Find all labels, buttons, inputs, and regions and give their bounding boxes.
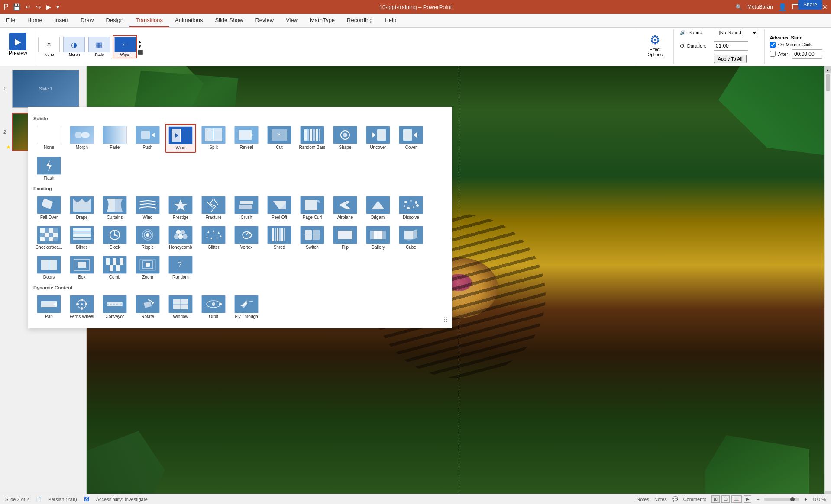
transition-glitter[interactable]: Glitter bbox=[198, 224, 229, 252]
transition-morph[interactable]: Morph bbox=[66, 124, 97, 153]
notes-button[interactable]: Notes bbox=[637, 497, 649, 502]
slideshow-button[interactable]: ▶ bbox=[744, 495, 751, 503]
slide-sorter-button[interactable]: ⊟ bbox=[721, 495, 730, 503]
panel-resize-handle[interactable]: ⠿ bbox=[443, 316, 448, 324]
transition-push[interactable]: Push bbox=[132, 124, 163, 153]
effect-options-button[interactable]: ⚙ EffectOptions bbox=[642, 31, 668, 59]
transition-orbit[interactable]: Orbit bbox=[198, 293, 229, 321]
transition-switch[interactable]: Switch bbox=[297, 224, 328, 252]
slide-thumb-1[interactable]: Slide 1 bbox=[12, 70, 79, 108]
save-button[interactable]: 💾 bbox=[11, 3, 22, 11]
transition-prestige[interactable]: Prestige bbox=[165, 194, 196, 222]
transition-vortex[interactable]: Vortex bbox=[231, 224, 262, 252]
tab-file[interactable]: File bbox=[0, 14, 21, 27]
tab-home[interactable]: Home bbox=[21, 14, 49, 27]
zoom-handle[interactable] bbox=[790, 497, 795, 501]
user-name[interactable]: MetaBaran bbox=[747, 4, 773, 10]
transition-flip[interactable]: Flip bbox=[330, 224, 361, 252]
transition-peel-off[interactable]: Peel Off bbox=[264, 194, 295, 222]
transition-page-curl[interactable]: Page Curl bbox=[297, 194, 328, 222]
transition-wipe[interactable]: Wipe bbox=[165, 124, 196, 153]
tab-help[interactable]: Help bbox=[378, 14, 402, 27]
preview-button[interactable]: ▶ Preview bbox=[7, 31, 29, 58]
transition-wind[interactable]: Wind bbox=[132, 194, 163, 222]
transition-box[interactable]: Box bbox=[66, 254, 97, 282]
tab-draw[interactable]: Draw bbox=[74, 14, 100, 27]
after-checkbox[interactable] bbox=[770, 51, 776, 57]
comments-label[interactable]: Comments bbox=[683, 497, 706, 502]
transition-airplane[interactable]: Airplane bbox=[330, 194, 361, 222]
transition-honeycomb[interactable]: Honeycomb bbox=[165, 224, 196, 252]
transition-checkerboard[interactable]: Checkerboa... bbox=[33, 224, 65, 252]
tab-animations[interactable]: Animations bbox=[169, 14, 209, 27]
tab-design[interactable]: Design bbox=[100, 14, 129, 27]
transition-crush[interactable]: Crush bbox=[231, 194, 262, 222]
user-avatar[interactable]: 👤 bbox=[778, 3, 787, 11]
redo-button[interactable]: ↪ bbox=[34, 3, 43, 11]
transition-cover[interactable]: Cover bbox=[395, 124, 427, 153]
transition-conveyor[interactable]: Conveyor bbox=[99, 293, 130, 321]
reading-view-button[interactable]: 📖 bbox=[731, 495, 742, 503]
ribbon-transition-morph[interactable]: ◑ Morph bbox=[62, 36, 87, 58]
transition-ripple[interactable]: Ripple bbox=[132, 224, 163, 252]
scroll-track[interactable] bbox=[825, 73, 831, 491]
transition-reveal[interactable]: Reveal bbox=[231, 124, 262, 153]
transition-window[interactable]: Window bbox=[165, 293, 196, 321]
accessibility-status[interactable]: Accessibility: Investigate bbox=[96, 497, 148, 502]
normal-view-button[interactable]: ⊞ bbox=[711, 495, 720, 503]
transition-pan[interactable]: Pan bbox=[33, 293, 65, 321]
transition-uncover[interactable]: Uncover bbox=[362, 124, 394, 153]
transition-dissolve[interactable]: Dissolve bbox=[395, 194, 427, 222]
transition-curtains[interactable]: Curtains bbox=[99, 194, 130, 222]
transition-doors[interactable]: Doors bbox=[33, 254, 65, 282]
tab-view[interactable]: View bbox=[280, 14, 304, 27]
zoom-slider[interactable] bbox=[764, 498, 799, 501]
transition-random-bars[interactable]: Random Bars bbox=[297, 124, 328, 153]
sound-select[interactable]: [No Sound] bbox=[715, 28, 758, 37]
transition-fracture[interactable]: Fracture bbox=[198, 194, 229, 222]
after-input[interactable] bbox=[792, 49, 822, 59]
transition-fade[interactable]: Fade bbox=[99, 124, 130, 153]
tab-insert[interactable]: Insert bbox=[49, 14, 75, 27]
transition-gallery[interactable]: Gallery bbox=[362, 224, 394, 252]
transition-clock[interactable]: Clock bbox=[99, 224, 130, 252]
close-icon[interactable]: ✕ bbox=[822, 3, 828, 10]
transition-shape[interactable]: Shape bbox=[330, 124, 361, 153]
tab-transitions[interactable]: Transitions bbox=[129, 14, 169, 27]
transition-fall-over[interactable]: Fall Over bbox=[33, 194, 65, 222]
zoom-level[interactable]: 100 % bbox=[812, 497, 826, 502]
search-icon[interactable]: 🔍 bbox=[735, 4, 742, 10]
ribbon-transition-none[interactable]: ✕ None bbox=[37, 36, 61, 58]
ribbon-transition-fade[interactable]: ▦ Fade bbox=[87, 36, 112, 58]
transition-drape[interactable]: Drape bbox=[66, 194, 97, 222]
transition-blinds[interactable]: Blinds bbox=[66, 224, 97, 252]
transition-scroll-arrows[interactable]: ▲ ▼ ⬛ bbox=[138, 39, 143, 55]
transition-flash[interactable]: Flash bbox=[33, 154, 65, 183]
vertical-scrollbar[interactable]: ▲ ▼ bbox=[824, 66, 831, 498]
transition-shred[interactable]: Shred bbox=[264, 224, 295, 252]
transition-cut[interactable]: ✂ Cut bbox=[264, 124, 295, 153]
transition-cube[interactable]: Cube bbox=[395, 224, 427, 252]
transition-rotate[interactable]: Rotate bbox=[132, 293, 163, 321]
transition-zoom[interactable]: Zoom bbox=[132, 254, 163, 282]
transition-ferris-wheel[interactable]: Ferris Wheel bbox=[66, 293, 97, 321]
transition-none[interactable]: None bbox=[33, 124, 65, 153]
apply-to-all-button[interactable]: Apply To All bbox=[714, 55, 747, 63]
transition-origami[interactable]: Origami bbox=[362, 194, 394, 222]
zoom-in-button[interactable]: + bbox=[804, 497, 807, 502]
transition-split[interactable]: Split bbox=[198, 124, 229, 153]
scroll-thumb[interactable] bbox=[826, 74, 830, 91]
tab-recording[interactable]: Recording bbox=[341, 14, 378, 27]
notes-label-text[interactable]: Notes bbox=[654, 497, 667, 502]
on-mouse-click-checkbox[interactable] bbox=[770, 42, 776, 48]
customize-qa-button[interactable]: ▾ bbox=[55, 3, 61, 11]
transition-comb[interactable]: Comb bbox=[99, 254, 130, 282]
zoom-out-button[interactable]: − bbox=[757, 497, 759, 502]
tab-review[interactable]: Review bbox=[249, 14, 280, 27]
undo-button[interactable]: ↩ bbox=[24, 3, 32, 11]
tab-mathtype[interactable]: MathType bbox=[304, 14, 341, 27]
language-indicator[interactable]: Persian (Iran) bbox=[48, 497, 77, 502]
tab-slideshow[interactable]: Slide Show bbox=[209, 14, 249, 27]
transition-random[interactable]: ? Random bbox=[165, 254, 196, 282]
share-button[interactable]: Share bbox=[798, 0, 822, 10]
